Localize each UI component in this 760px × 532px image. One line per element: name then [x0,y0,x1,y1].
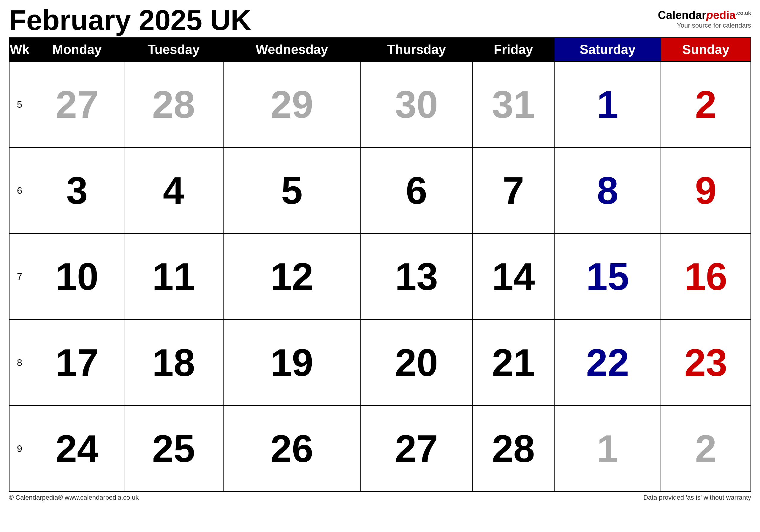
day-cell: 8 [554,148,661,234]
logo-area: Calendarpedia.co.uk Your source for cale… [658,6,751,29]
logo-tagline: Your source for calendars [677,22,751,29]
calendar-week-row: 710111213141516 [9,234,751,320]
day-cell: 22 [554,320,661,406]
day-cell: 18 [124,320,223,406]
day-cell: 19 [223,320,361,406]
week-number: 7 [9,234,30,320]
day-cell: 9 [661,148,751,234]
footer-right: Data provided 'as is' without warranty [643,494,751,502]
page-header: February 2025 UK Calendarpedia.co.uk You… [9,6,751,34]
day-cell: 21 [472,320,554,406]
day-cell: 28 [472,406,554,492]
header-thursday: Thursday [361,38,473,62]
week-number: 5 [9,62,30,148]
page-title: February 2025 UK [9,6,251,34]
day-cell: 2 [661,62,751,148]
day-cell: 3 [30,148,124,234]
day-cell: 31 [472,62,554,148]
footer-left: © Calendarpedia® www.calendarpedia.co.uk [9,494,139,502]
day-cell: 10 [30,234,124,320]
day-cell: 1 [554,406,661,492]
day-cell: 11 [124,234,223,320]
header-sunday: Sunday [661,38,751,62]
header-tuesday: Tuesday [124,38,223,62]
day-cell: 4 [124,148,223,234]
header-saturday: Saturday [554,38,661,62]
day-cell: 17 [30,320,124,406]
day-cell: 20 [361,320,473,406]
day-cell: 28 [124,62,223,148]
day-cell: 13 [361,234,473,320]
day-cell: 23 [661,320,751,406]
day-cell: 26 [223,406,361,492]
footer: © Calendarpedia® www.calendarpedia.co.uk… [9,494,751,502]
day-cell: 6 [361,148,473,234]
day-cell: 27 [30,62,124,148]
calendar-week-row: 817181920212223 [9,320,751,406]
day-cell: 16 [661,234,751,320]
day-cell: 7 [472,148,554,234]
calendar-table: Wk Monday Tuesday Wednesday Thursday Fri… [9,37,751,492]
header-wednesday: Wednesday [223,38,361,62]
week-number: 6 [9,148,30,234]
header-wk: Wk [9,38,30,62]
day-cell: 2 [661,406,751,492]
week-number: 9 [9,406,30,492]
day-cell: 30 [361,62,473,148]
logo-text: Calendarpedia.co.uk [658,9,751,22]
day-cell: 25 [124,406,223,492]
day-cell: 1 [554,62,661,148]
calendar-week-row: 63456789 [9,148,751,234]
day-cell: 27 [361,406,473,492]
day-cell: 14 [472,234,554,320]
day-cell: 5 [223,148,361,234]
day-cell: 12 [223,234,361,320]
day-cell: 24 [30,406,124,492]
header-friday: Friday [472,38,554,62]
calendar-week-row: 5272829303112 [9,62,751,148]
header-monday: Monday [30,38,124,62]
day-cell: 15 [554,234,661,320]
calendar-header-row: Wk Monday Tuesday Wednesday Thursday Fri… [9,38,751,62]
day-cell: 29 [223,62,361,148]
calendar-week-row: 9242526272812 [9,406,751,492]
week-number: 8 [9,320,30,406]
